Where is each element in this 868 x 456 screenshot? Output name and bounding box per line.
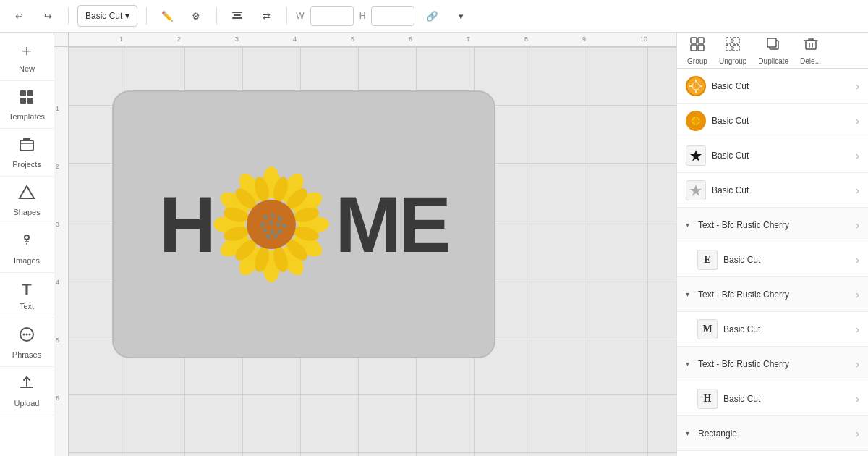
- rect-expand-icon: ▾: [686, 429, 689, 437]
- phrases-svg: [18, 326, 35, 343]
- ruler-v-num-1: 1: [56, 105, 59, 112]
- svg-marker-70: [690, 185, 702, 196]
- sidebar-item-text[interactable]: T Text: [0, 273, 54, 318]
- rect-group-label: Rectangle: [698, 428, 850, 439]
- svg-rect-7: [20, 140, 33, 151]
- layer-icon-5: E: [697, 250, 718, 270]
- ruler-num-5: 5: [351, 35, 354, 43]
- ungroup-button[interactable]: Ungroup: [715, 33, 751, 68]
- separator-4: [286, 7, 287, 25]
- delete-button[interactable]: Dele...: [796, 33, 825, 68]
- layer-label-1: Basic Cut: [712, 81, 850, 91]
- svg-point-13: [26, 334, 28, 336]
- layer-icon-6: M: [697, 319, 718, 339]
- ruler-num-1: 1: [119, 35, 123, 43]
- panel-toolbar: Group Ungroup: [677, 33, 868, 69]
- layer-label-5: Basic Cut: [723, 255, 850, 265]
- svg-rect-2: [232, 17, 242, 19]
- svg-point-48: [278, 229, 282, 234]
- sidebar-item-projects-label: Projects: [12, 160, 41, 169]
- letter-me: ME: [335, 185, 448, 264]
- svg-point-41: [278, 216, 282, 221]
- svg-point-40: [271, 214, 275, 218]
- group2-expand-icon: ▾: [686, 290, 689, 298]
- group1-label: Text - Bfc Rustic Cherry: [698, 220, 850, 230]
- images-svg: [18, 232, 35, 249]
- templates-icon: [18, 88, 35, 109]
- cut-type-selector[interactable]: Basic Cut ▾: [77, 5, 137, 27]
- svg-rect-60: [767, 38, 776, 47]
- ruler-v-num-2: 2: [56, 163, 59, 170]
- layer-item-4[interactable]: Basic Cut ›: [677, 173, 868, 208]
- svg-point-43: [269, 221, 273, 225]
- ruler-top: 1 2 3 4 5 6 7 8 9 10: [69, 33, 676, 47]
- svg-point-62: [692, 83, 699, 90]
- sidebar-item-images[interactable]: Images: [0, 224, 54, 273]
- flip-icon-button[interactable]: ⇄: [255, 4, 278, 28]
- svg-rect-5: [20, 98, 26, 104]
- layer-item-1[interactable]: Basic Cut ›: [677, 69, 868, 104]
- svg-marker-68: [689, 114, 702, 127]
- ruler-top-inner: 1 2 3 4 5 6 7 8 9 10: [69, 33, 676, 46]
- svg-point-49: [266, 235, 271, 239]
- layer-item-5[interactable]: E Basic Cut ›: [677, 242, 868, 277]
- layer-item-2[interactable]: Basic Cut ›: [677, 104, 868, 138]
- layer-group-2[interactable]: ▾ Text - Bfc Rustic Cherry ›: [677, 277, 868, 312]
- layer-label-2: Basic Cut: [712, 116, 850, 126]
- svg-rect-4: [27, 90, 33, 96]
- sidebar-item-templates[interactable]: Templates: [0, 81, 54, 129]
- sidebar-item-new[interactable]: ＋ New: [0, 33, 54, 81]
- height-label: H: [359, 11, 366, 21]
- svg-point-45: [282, 224, 286, 228]
- edit-icon-button[interactable]: ✏️: [156, 4, 179, 28]
- phrases-icon: [18, 326, 35, 347]
- redo-button[interactable]: ↪: [36, 4, 59, 28]
- upload-icon: [18, 374, 35, 396]
- ruler-left-inner: 1 2 3 4 5 6: [54, 47, 68, 456]
- svg-rect-61: [806, 41, 816, 49]
- right-panel: Group Ungroup: [676, 33, 868, 456]
- sidebar-item-shapes[interactable]: Shapes: [0, 177, 54, 224]
- sidebar-item-projects[interactable]: Projects: [0, 129, 54, 177]
- ruler-v-num-4: 4: [56, 279, 59, 286]
- group1-expand-icon: ▾: [686, 221, 689, 229]
- sunflower-image: [213, 166, 329, 282]
- layer-item-3[interactable]: Basic Cut ›: [677, 138, 868, 173]
- align-icon: [231, 9, 244, 22]
- separator-2: [146, 7, 147, 25]
- delete-label: Dele...: [800, 57, 821, 65]
- sidebar-item-phrases[interactable]: Phrases: [0, 318, 54, 367]
- layer-group-3[interactable]: ▾ Text - Bfc Rustic Cherry ›: [677, 347, 868, 381]
- group-button[interactable]: Group: [683, 33, 712, 68]
- layer-item-8[interactable]: Basic Cut ›: [677, 451, 868, 456]
- undo-button[interactable]: ↩: [7, 4, 30, 28]
- projects-svg: [18, 136, 35, 153]
- align-icon-button[interactable]: [226, 4, 249, 28]
- svg-point-12: [23, 334, 25, 336]
- canvas-area[interactable]: 1 2 3 4 5 6 7 8 9 10 1 2 3 4 5 6: [54, 33, 676, 456]
- canvas-design[interactable]: H: [112, 90, 495, 358]
- svg-rect-55: [726, 38, 732, 43]
- layer-group-rect[interactable]: ▾ Rectangle ›: [677, 416, 868, 451]
- layer-group-1[interactable]: ▾ Text - Bfc Rustic Cherry ›: [677, 208, 868, 242]
- sidebar-item-new-label: New: [19, 64, 35, 73]
- sidebar-item-images-label: Images: [14, 256, 40, 265]
- layer-chevron-5: ›: [856, 254, 859, 266]
- sidebar-item-upload[interactable]: Upload: [0, 367, 54, 415]
- delete-svg: [803, 36, 819, 52]
- width-input[interactable]: [310, 6, 354, 26]
- svg-rect-53: [691, 45, 697, 51]
- ruler-v-num-5: 5: [56, 337, 59, 344]
- more-options-button[interactable]: ▾: [449, 4, 472, 28]
- ruler-num-8: 8: [524, 35, 528, 43]
- svg-point-39: [263, 215, 268, 219]
- layer-label-3: Basic Cut: [712, 151, 850, 161]
- layer-item-7[interactable]: H Basic Cut ›: [677, 381, 868, 416]
- settings-icon-button[interactable]: ⚙: [184, 4, 208, 28]
- lock-proportions-button[interactable]: 🔗: [420, 4, 443, 28]
- height-input[interactable]: [371, 6, 414, 26]
- duplicate-button[interactable]: Duplicate: [754, 33, 793, 68]
- left-sidebar: ＋ New Templates Proje: [0, 33, 54, 456]
- layers-list: Basic Cut › Basic Cut ›: [677, 69, 868, 456]
- layer-item-6[interactable]: M Basic Cut ›: [677, 312, 868, 347]
